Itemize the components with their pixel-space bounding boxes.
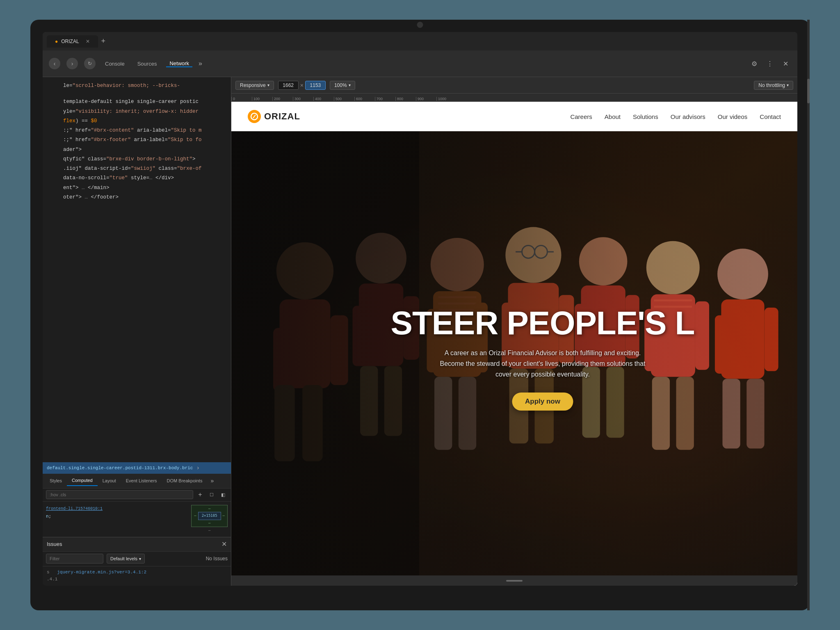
tab-label: ORIZAL: [61, 39, 79, 44]
devtools-tab-network[interactable]: Network: [166, 60, 192, 67]
chevron-down-icon: ▾: [267, 83, 269, 87]
height-input[interactable]: 1153: [305, 81, 326, 90]
toggle-element-state-icon[interactable]: ☐: [207, 490, 216, 499]
issues-close-icon[interactable]: ✕: [221, 540, 227, 548]
refresh-button[interactable]: ↻: [84, 58, 96, 69]
logo-text: ORIZAL: [264, 111, 300, 122]
code-line: ader">: [43, 145, 231, 155]
devtools-tabs-more[interactable]: »: [199, 60, 202, 67]
tab-dom-breakpoints[interactable]: DOM Breakpoints: [162, 476, 208, 486]
console-line-1: s jquery-migrate.min.js?ver=3.4.1:2: [47, 569, 227, 576]
zoom-button[interactable]: 100% ▾: [330, 81, 355, 90]
tab-styles[interactable]: Styles: [45, 476, 67, 486]
nav-solutions[interactable]: Solutions: [633, 113, 658, 120]
nav-videos[interactable]: Our videos: [718, 113, 748, 120]
add-style-rule-icon[interactable]: +: [196, 490, 205, 499]
color-scheme-icon[interactable]: ◧: [219, 490, 228, 499]
tab-layout[interactable]: Layout: [98, 476, 121, 486]
bottom-bar-handle[interactable]: [506, 580, 523, 582]
tab-event-listeners[interactable]: Event Listeners: [121, 476, 162, 486]
selected-element-bar[interactable]: default.single.single-career.postid-1311…: [43, 462, 231, 474]
nav-contact[interactable]: Contact: [760, 113, 781, 120]
style-tabs-bar: Styles Computed Layout Event Listeners D…: [43, 474, 231, 488]
tab-computed[interactable]: Computed: [67, 475, 98, 486]
logo-icon: [250, 112, 258, 121]
issues-title: Issues: [47, 541, 62, 547]
code-editor: le="scroll-behavior: smooth; --bricks- t…: [43, 77, 231, 462]
code-line: :;" href="#brx-footer" aria-label="Skip …: [43, 135, 231, 145]
ruler-mark: 300: [293, 97, 313, 101]
code-line: [43, 91, 231, 97]
console-area: s jquery-migrate.min.js?ver=3.4.1:2 .4.1: [43, 566, 231, 586]
hero-subtitle: A career as an Orizal Financial Advisor …: [436, 348, 649, 380]
chevron-down-icon: ▾: [349, 83, 351, 87]
chevron-icon: ›: [196, 465, 199, 471]
issues-filter-input[interactable]: [46, 554, 103, 564]
code-line: yle="visibility: inherit; overflow-x: hi…: [43, 107, 231, 116]
code-line: le="scroll-behavior: smooth; --bricks-: [43, 81, 231, 91]
svg-line-1: [253, 115, 256, 118]
issues-count: No Issues: [206, 556, 228, 562]
issues-level-button[interactable]: Default levels ▾: [107, 554, 145, 564]
code-line: flex) == $0: [43, 116, 231, 126]
ruler-mark: 500: [334, 97, 354, 101]
devtools-settings-icon[interactable]: ⚙: [749, 58, 760, 69]
devtools-tab-sources[interactable]: Sources: [134, 61, 160, 67]
devtools-more-icon[interactable]: ⋮: [764, 58, 776, 69]
code-line: data-no-scroll="true" style=… </div>: [43, 173, 231, 183]
selected-element-text: default.single.single-career.postid-1311…: [47, 466, 193, 470]
style-tools-bar: + ☐ ◧: [43, 488, 231, 502]
style-tabs-more[interactable]: »: [207, 476, 217, 486]
console-line-2: .4.1: [47, 576, 227, 583]
ruler-mark: 100: [252, 97, 272, 101]
browser-tab-active[interactable]: ● ORIZAL ✕: [47, 35, 98, 48]
orizal-logo[interactable]: ORIZAL: [248, 110, 300, 123]
ruler-mark: 0: [231, 97, 252, 101]
hero-title: STEER PEOPLE'S L: [331, 307, 755, 340]
responsive-select[interactable]: Responsive ▾: [235, 81, 274, 90]
orizal-header: ORIZAL Careers About Solutions Our advis…: [231, 102, 797, 131]
chevron-down-icon: ▾: [787, 83, 789, 87]
ruler-mark: 1000: [436, 97, 457, 101]
back-button[interactable]: ‹: [49, 58, 60, 69]
nav-about[interactable]: About: [605, 113, 621, 120]
issues-header: Issues ✕: [43, 537, 231, 552]
style-filter-input[interactable]: [46, 490, 193, 499]
dimension-separator: ×: [300, 82, 304, 89]
issues-filter-bar: Default levels ▾ No Issues: [43, 552, 231, 566]
camera-notch: [417, 22, 423, 28]
code-line: template-default single single-career po…: [43, 97, 231, 107]
ruler: 0 100 200 300 400 500 600 700 800 900 10…: [231, 94, 797, 102]
throttle-button[interactable]: No throttling ▾: [754, 81, 793, 90]
tab-favicon: ●: [55, 39, 58, 44]
code-line: ent"> … </main>: [43, 183, 231, 193]
ruler-mark: 400: [313, 97, 334, 101]
nav-careers[interactable]: Careers: [570, 113, 592, 120]
orizal-nav: Careers About Solutions Our advisors Our…: [570, 113, 781, 120]
devtools-panel: le="scroll-behavior: smooth; --bricks- t…: [43, 77, 231, 586]
ruler-marks: 0 100 200 300 400 500 600 700 800 900 10…: [231, 97, 457, 101]
width-input[interactable]: 1662: [278, 81, 299, 90]
responsive-toolbar: Responsive ▾ 1662 × 1153 100% ▾ No throt…: [231, 77, 797, 94]
dimension-display: 1662 × 1153: [278, 81, 326, 90]
hero-content: STEER PEOPLE'S L A career as an Orizal F…: [331, 307, 755, 411]
apply-now-button[interactable]: Apply now: [512, 393, 573, 411]
forward-button[interactable]: ›: [66, 58, 78, 69]
code-line: oter"> … </footer>: [43, 193, 231, 202]
code-line: qtyfic" class="brxe-div border-b-on-ligh…: [43, 155, 231, 164]
css-rules-area: frontend-li…715746010:1 n; – –: [43, 502, 231, 537]
devtools-close-icon[interactable]: ✕: [780, 58, 791, 69]
tab-close-icon[interactable]: ✕: [86, 39, 90, 44]
ruler-mark: 900: [416, 97, 436, 101]
nav-advisors[interactable]: Our advisors: [671, 113, 705, 120]
ruler-mark: 700: [375, 97, 395, 101]
logo-circle: [248, 110, 261, 123]
laptop-screen: ● ORIZAL ✕ + ‹ › ↻ Console Sources Netwo…: [43, 32, 797, 586]
ruler-mark: 600: [354, 97, 375, 101]
css-file-link[interactable]: frontend-li…715746010:1: [46, 507, 103, 511]
website-bottom-bar: [231, 575, 797, 586]
devtools-tab-console[interactable]: Console: [102, 61, 128, 67]
website-content: ORIZAL Careers About Solutions Our advis…: [231, 102, 797, 575]
main-content: le="scroll-behavior: smooth; --bricks- t…: [43, 77, 797, 586]
new-tab-button[interactable]: +: [101, 37, 106, 46]
